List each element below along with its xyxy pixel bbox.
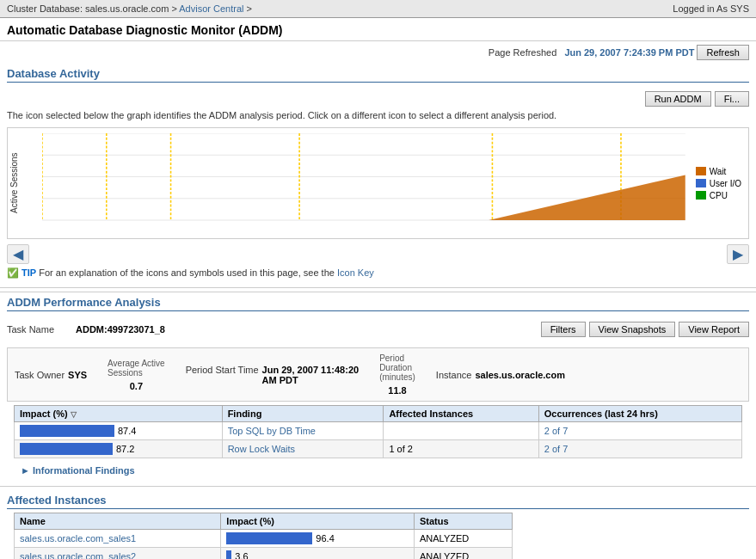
legend-cpu-label: CPU	[710, 191, 728, 200]
task-label: Task Name	[7, 324, 76, 335]
affected-instances-title: Affected Instances	[7, 494, 749, 509]
ai-status-2: ANALYZED	[414, 548, 512, 560]
ai-table-row: sales.us.oracle.com_sales2 3.6 ANALYZED	[15, 548, 513, 560]
logged-in-label: Logged in As SYS	[673, 3, 749, 14]
period-start-label: Period Start Time	[186, 365, 259, 375]
icon-key-link[interactable]: Icon Key	[337, 267, 374, 278]
ai-bar-2	[226, 550, 231, 559]
ai-status-1: ANALYZED	[414, 530, 512, 548]
impact-cell-2: 87.2	[15, 440, 223, 458]
ai-name-link-1[interactable]: sales.us.oracle.com_sales1	[20, 533, 136, 544]
occ-cell-2: 2 of 7	[538, 440, 741, 458]
avg-group: Average ActiveSessions 0.7	[108, 359, 165, 391]
refresh-bar: Page Refreshed Jun 29, 2007 7:24:39 PM P…	[0, 41, 756, 64]
instance-group: Instance sales.us.oracle.com	[436, 370, 565, 380]
table-row: 87.2 Row Lock Waits 1 of 2 2 of 7	[15, 440, 742, 458]
task-row: Task Name ADDM:499723071_8	[7, 322, 165, 337]
avg-value: 0.7	[130, 381, 143, 391]
activity-chart: Active Sessions 4.0 3.0 2.0 1.0 0.0 5	[7, 127, 749, 239]
next-arrow[interactable]: ▶	[727, 244, 749, 264]
ai-col-name: Name	[15, 513, 221, 530]
owner-group: Task Owner SYS	[15, 370, 87, 380]
col-affected: Affected Instances	[384, 406, 538, 422]
ai-impact-2: 3.6	[221, 548, 415, 560]
page-title: Automatic Database Diagnostic Monitor (A…	[7, 23, 749, 37]
ai-col-impact: Impact (%)	[221, 513, 415, 530]
ai-pct-2: 3.6	[235, 551, 248, 559]
legend-wait: Wait	[696, 167, 741, 176]
ai-name-2: sales.us.oracle.com_sales2	[15, 548, 221, 560]
database-activity-actions: Run ADDM Fi...	[0, 89, 756, 108]
legend-userio-label: User I/O	[710, 179, 741, 188]
breadcrumb-advisor-link[interactable]: Advisor Central	[179, 3, 243, 14]
divider-2	[0, 486, 756, 487]
ai-pct-1: 96.4	[316, 533, 334, 544]
activity-description: The icon selected below the graph identi…	[0, 108, 756, 124]
legend-wait-label: Wait	[710, 167, 727, 176]
finding-link-2[interactable]: Row Lock Waits	[228, 444, 295, 454]
impact-bar-container-1: 87.4	[20, 425, 217, 437]
duration-group: PeriodDuration(minutes) 11.8	[379, 353, 415, 396]
impact-cell-1: 87.4	[15, 422, 223, 440]
impact-pct-2: 87.2	[116, 444, 134, 454]
database-activity-section: Database Activity	[0, 64, 756, 89]
instance-value: sales.us.oracle.com	[475, 370, 565, 380]
col-occurrences: Occurrences (last 24 hrs)	[538, 406, 741, 422]
finding-cell-2: Row Lock Waits	[222, 440, 384, 458]
occ-link-2[interactable]: 2 of 7	[544, 444, 569, 454]
ai-col-status: Status	[414, 513, 512, 530]
find-button[interactable]: Fi...	[715, 91, 749, 107]
task-name: ADDM:499723071_8	[76, 324, 165, 335]
ai-bar-container-2: 3.6	[226, 550, 409, 559]
col-impact: Impact (%) ▽	[15, 406, 223, 422]
info-findings-link[interactable]: Informational Findings	[33, 465, 135, 476]
affected-instances-section: Affected Instances Name Impact (%) Statu…	[0, 490, 756, 559]
col-finding: Finding	[222, 406, 384, 422]
prev-arrow[interactable]: ◀	[7, 244, 29, 264]
tip-bar: ✅ TIP For an explanation of the icons an…	[0, 266, 756, 284]
occ-link-1[interactable]: 2 of 7	[544, 426, 569, 436]
refresh-button[interactable]: Refresh	[697, 45, 749, 60]
ai-name-1: sales.us.oracle.com_sales1	[15, 530, 221, 548]
affected-instances-table: Name Impact (%) Status sales.us.oracle.c…	[14, 513, 513, 559]
refresh-label: Page Refreshed	[489, 47, 557, 58]
finding-link-1[interactable]: Top SQL by DB Time	[228, 426, 316, 436]
chart-legend: Wait User I/O CPU	[689, 128, 748, 238]
svg-marker-16	[489, 175, 685, 220]
affected-cell-1	[384, 422, 538, 440]
top-bar: Cluster Database: sales.us.oracle.com > …	[0, 0, 756, 18]
ai-table-row: sales.us.oracle.com_sales1 96.4 ANALYZED	[15, 530, 513, 548]
page-header: Automatic Database Diagnostic Monitor (A…	[0, 18, 756, 41]
addm-actions: Filters View Snapshots View Report	[541, 318, 749, 341]
legend-wait-color	[696, 167, 706, 175]
table-row: 87.4 Top SQL by DB Time 2 of 7	[15, 422, 742, 440]
impact-bar-1	[20, 425, 114, 437]
tip-text: For an explanation of the icons and symb…	[39, 267, 337, 278]
ai-name-link-2[interactable]: sales.us.oracle.com_sales2	[20, 551, 136, 559]
run-addm-button[interactable]: Run ADDM	[645, 91, 711, 107]
info-arrow: ►	[21, 465, 30, 476]
info-findings: ► Informational Findings	[7, 462, 749, 479]
y-axis-label: Active Sessions	[8, 128, 42, 238]
legend-cpu-color	[696, 191, 706, 200]
impact-bar-container-2: 87.2	[20, 443, 217, 455]
filters-button[interactable]: Filters	[541, 322, 586, 337]
breadcrumb-db: Cluster Database: sales.us.oracle.com	[7, 3, 169, 14]
owner-label: Task Owner	[15, 370, 65, 380]
ai-bar-1	[226, 532, 312, 544]
occ-cell-1: 2 of 7	[538, 422, 741, 440]
legend-cpu: CPU	[696, 191, 741, 200]
impact-bar-2	[20, 443, 113, 455]
addm-section: ADDM Performance Analysis Task Name ADDM…	[0, 292, 756, 482]
ai-bar-container-1: 96.4	[226, 532, 409, 544]
owner-value: SYS	[68, 370, 87, 380]
finding-cell-1: Top SQL by DB Time	[222, 422, 384, 440]
snapshots-button[interactable]: View Snapshots	[589, 322, 676, 337]
breadcrumb: Cluster Database: sales.us.oracle.com > …	[7, 3, 252, 14]
findings-table: Impact (%) ▽ Finding Affected Instances …	[14, 405, 742, 458]
sort-icon: ▽	[71, 410, 77, 419]
report-button[interactable]: View Report	[679, 322, 749, 337]
addm-section-title: ADDM Performance Analysis	[7, 296, 749, 311]
breadcrumb-sep1: >	[171, 3, 176, 14]
tip-icon: ✅ TIP	[7, 267, 36, 278]
